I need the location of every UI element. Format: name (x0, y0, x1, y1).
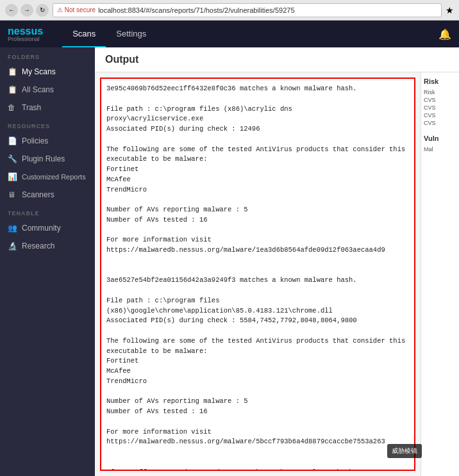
content-header: Output (95, 47, 459, 72)
sidebar-item-label: Customized Reports (22, 173, 86, 181)
back-button[interactable]: ← (5, 4, 18, 17)
header-nav: Scans Settings (62, 21, 156, 47)
customized-reports-icon: 📊 (8, 172, 17, 181)
sidebar-item-scanners[interactable]: 🖥 Scanners (0, 186, 95, 204)
address-bar[interactable]: ⚠ Not secure localhost:8834/#/scans/repo… (53, 3, 442, 17)
sidebar-item-customized-reports[interactable]: 📊 Customized Reports (0, 168, 95, 186)
resources-label: RESOURCES (0, 117, 95, 132)
all-scans-icon: 📋 (8, 85, 17, 94)
sidebar-item-label: Policies (22, 136, 48, 145)
sidebar-item-label: Trash (22, 103, 41, 112)
sidebar-item-community[interactable]: 👥 Community (0, 219, 95, 237)
sidebar-item-plugin-rules[interactable]: 🔧 Plugin Rules (0, 150, 95, 168)
logo-nessus: nessus (8, 26, 43, 37)
policies-icon: 📄 (8, 136, 17, 145)
sidebar-item-label: All Scans (22, 85, 54, 94)
sidebar-item-policies[interactable]: 📄 Policies (0, 132, 95, 150)
scanners-icon: 🖥 (8, 190, 17, 199)
nav-settings[interactable]: Settings (106, 21, 156, 47)
research-icon: 🔬 (8, 242, 17, 250)
community-icon: 👥 (8, 224, 17, 233)
sidebar: FOLDERS 📋 My Scans 📋 All Scans 🗑 Trash R… (0, 47, 95, 476)
browser-bar: ← → ↻ ⚠ Not secure localhost:8834/#/scan… (0, 0, 459, 21)
risk-title: Risk (424, 78, 456, 85)
sidebar-item-research[interactable]: 🔬 Research (0, 237, 95, 255)
app-header: nessus Professional Scans Settings 🔔 (0, 21, 459, 47)
vuln-title: Vuln (424, 135, 456, 142)
page-title: Output (105, 54, 138, 65)
sidebar-item-my-scans[interactable]: 📋 My Scans (0, 63, 95, 81)
plugin-rules-icon: 🔧 (8, 154, 17, 163)
right-panel: Risk Risk CVS CVS CVS CVS Vuln Mal (421, 72, 459, 476)
cvs-label-2: CVS (424, 104, 456, 111)
sidebar-item-all-scans[interactable]: 📋 All Scans (0, 81, 95, 99)
logo-area: nessus Professional (8, 26, 43, 42)
tenable-label: TENABLE (0, 204, 95, 219)
output-panel: 3e95c4069b76d52eec1ff6432e8f0c36 matches… (95, 72, 421, 476)
cvs-label-1: CVS (424, 97, 456, 103)
app-container: nessus Professional Scans Settings 🔔 FOL… (0, 21, 459, 476)
sidebar-item-label: Community (22, 224, 61, 233)
risk-label: Risk (424, 89, 456, 95)
bookmark-icon[interactable]: ★ (446, 5, 454, 15)
sidebar-item-trash[interactable]: 🗑 Trash (0, 99, 95, 117)
trash-icon: 🗑 (8, 103, 17, 112)
content-body: 3e95c4069b76d52eec1ff6432e8f0c36 matches… (95, 72, 459, 476)
watermark: 威胁棱镜 (387, 444, 422, 458)
folders-label: FOLDERS (0, 47, 95, 63)
watermark-text: 威胁棱镜 (392, 447, 417, 454)
sidebar-item-label: Research (22, 242, 54, 250)
main-layout: FOLDERS 📋 My Scans 📋 All Scans 🗑 Trash R… (0, 47, 459, 476)
cvs-label-4: CVS (424, 120, 456, 126)
nav-scans[interactable]: Scans (62, 21, 106, 47)
forward-button[interactable]: → (21, 4, 33, 17)
sidebar-item-label: My Scans (22, 67, 56, 76)
sidebar-item-label: Plugin Rules (22, 154, 65, 163)
security-indicator: ⚠ Not secure (57, 6, 96, 13)
content-area: Output 3e95c4069b76d52eec1ff6432e8f0c36 … (95, 47, 459, 476)
cvs-label-3: CVS (424, 112, 456, 119)
bell-icon[interactable]: 🔔 (438, 28, 451, 40)
my-scans-icon: 📋 (8, 67, 17, 76)
refresh-button[interactable]: ↻ (36, 4, 49, 17)
sidebar-item-label: Scanners (22, 190, 54, 199)
url-text: localhost:8834/#/scans/reports/71/hosts/… (98, 6, 294, 14)
browser-controls: ← → ↻ (5, 4, 49, 17)
logo-sub: Professional (8, 37, 43, 42)
output-box[interactable]: 3e95c4069b76d52eec1ff6432e8f0c36 matches… (100, 78, 415, 471)
mal-label: Mal (424, 146, 456, 152)
